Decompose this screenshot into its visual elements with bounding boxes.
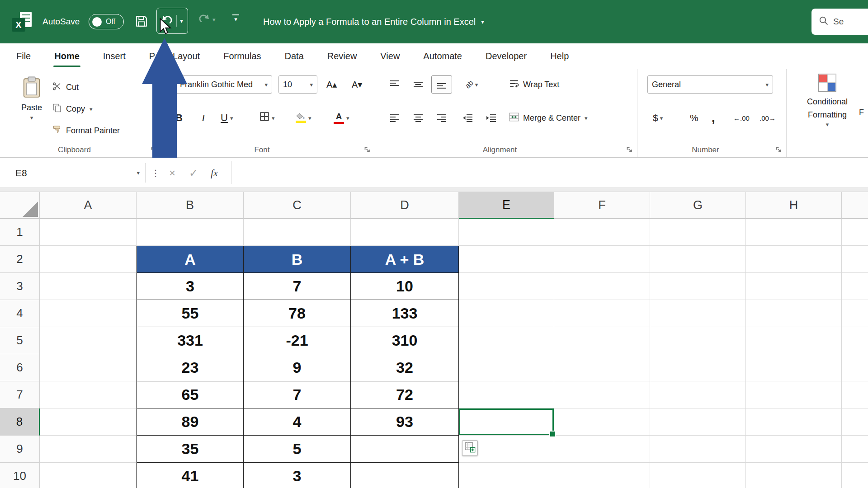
cell-A8[interactable] <box>40 408 137 436</box>
row-header-7[interactable]: 7 <box>0 381 40 408</box>
cell-G1[interactable] <box>650 219 746 246</box>
decrease-font-size-button[interactable]: A▾ <box>352 75 362 94</box>
cell-H9[interactable] <box>746 436 842 463</box>
clipboard-dialog-launcher[interactable] <box>151 146 157 153</box>
tab-help[interactable]: Help <box>550 43 569 69</box>
fill-color-button[interactable]: ▾ <box>296 109 311 127</box>
font-color-button[interactable]: A ▾ <box>334 109 349 127</box>
increase-decimal-button[interactable]: ←.00 <box>733 109 750 127</box>
cell-G2[interactable] <box>650 246 746 273</box>
cell-B10[interactable]: 41 <box>137 463 244 488</box>
cell-E1[interactable] <box>459 219 554 246</box>
cell-A9[interactable] <box>40 436 137 463</box>
cell-D8[interactable]: 93 <box>351 408 459 436</box>
cell-H3[interactable] <box>746 273 842 300</box>
row-header-3[interactable]: 3 <box>0 273 40 300</box>
copy-button[interactable]: Copy ▾ <box>52 103 93 115</box>
cell-F6[interactable] <box>554 354 650 381</box>
cell-clipped10[interactable] <box>842 463 868 488</box>
align-bottom-button[interactable] <box>431 75 452 94</box>
cell-G9[interactable] <box>650 436 746 463</box>
cell-B2[interactable]: A <box>137 246 244 273</box>
cell-B5[interactable]: 331 <box>137 327 244 354</box>
cell-G5[interactable] <box>650 327 746 354</box>
cell-clipped4[interactable] <box>842 300 868 327</box>
underline-button[interactable]: U ▾ <box>221 109 233 127</box>
cell-C3[interactable]: 7 <box>244 273 351 300</box>
save-button[interactable] <box>135 15 148 28</box>
cell-E6[interactable] <box>459 354 554 381</box>
cell-A3[interactable] <box>40 273 137 300</box>
cell-H5[interactable] <box>746 327 842 354</box>
cell-G8[interactable] <box>650 408 746 436</box>
cell-clipped3[interactable] <box>842 273 868 300</box>
column-header-clipped[interactable] <box>842 192 868 219</box>
name-box-chevron[interactable]: ▾ <box>137 170 140 176</box>
column-header-H[interactable]: H <box>746 192 842 219</box>
select-all-button[interactable] <box>0 192 40 219</box>
cell-F8[interactable] <box>554 408 650 436</box>
cell-E10[interactable] <box>459 463 554 488</box>
excel-logo-icon[interactable]: X <box>12 12 33 32</box>
cell-F7[interactable] <box>554 381 650 408</box>
cell-clipped7[interactable] <box>842 381 868 408</box>
cell-A7[interactable] <box>40 381 137 408</box>
align-right-button[interactable] <box>431 109 452 127</box>
align-top-button[interactable] <box>384 75 405 94</box>
cell-C5[interactable]: -21 <box>244 327 351 354</box>
cell-E8[interactable] <box>459 408 554 436</box>
cell-D9[interactable] <box>351 436 459 463</box>
cell-G7[interactable] <box>650 381 746 408</box>
redo-button[interactable]: ▾ <box>198 14 216 25</box>
cell-A1[interactable] <box>40 219 137 246</box>
cell-C6[interactable]: 9 <box>244 354 351 381</box>
cell-E3[interactable] <box>459 273 554 300</box>
cell-C4[interactable]: 78 <box>244 300 351 327</box>
tab-review[interactable]: Review <box>327 43 357 69</box>
column-header-G[interactable]: G <box>650 192 746 219</box>
formula-input[interactable] <box>231 161 868 184</box>
number-dialog-launcher[interactable] <box>775 146 782 153</box>
document-title[interactable]: How to Apply a Formula to an Entire Colu… <box>263 0 484 43</box>
cell-B9[interactable]: 35 <box>137 436 244 463</box>
align-middle-button[interactable] <box>408 75 429 94</box>
cell-E7[interactable] <box>459 381 554 408</box>
cell-H8[interactable] <box>746 408 842 436</box>
cell-H6[interactable] <box>746 354 842 381</box>
cell-A5[interactable] <box>40 327 137 354</box>
cell-C10[interactable]: 3 <box>244 463 351 488</box>
row-header-4[interactable]: 4 <box>0 300 40 327</box>
cell-F1[interactable] <box>554 219 650 246</box>
row-header-6[interactable]: 6 <box>0 354 40 381</box>
cell-H2[interactable] <box>746 246 842 273</box>
column-header-E[interactable]: E <box>459 192 554 219</box>
cell-D2[interactable]: A + B <box>351 246 459 273</box>
cell-D10[interactable] <box>351 463 459 488</box>
conditional-formatting-button[interactable]: Conditional Formatting ▾ <box>792 74 863 127</box>
percent-format-button[interactable]: % <box>690 109 698 127</box>
merge-and-center-button[interactable]: Merge & Center ▾ <box>509 109 588 127</box>
cell-F9[interactable] <box>554 436 650 463</box>
row-header-5[interactable]: 5 <box>0 327 40 354</box>
cell-C9[interactable]: 5 <box>244 436 351 463</box>
wrap-text-button[interactable]: Wrap Text <box>509 75 559 94</box>
tab-home[interactable]: Home <box>54 43 80 69</box>
cancel-button[interactable]: × <box>169 158 175 188</box>
cell-G3[interactable] <box>650 273 746 300</box>
cell-H10[interactable] <box>746 463 842 488</box>
number-format-combo[interactable]: General ▾ <box>647 75 773 94</box>
font-size-combo[interactable]: 10 ▾ <box>278 75 317 94</box>
cell-A6[interactable] <box>40 354 137 381</box>
cell-B6[interactable]: 23 <box>137 354 244 381</box>
copy-dropdown-chevron[interactable]: ▾ <box>90 106 93 112</box>
cell-C2[interactable]: B <box>244 246 351 273</box>
bold-button[interactable]: B <box>175 109 183 127</box>
align-left-button[interactable] <box>384 109 405 127</box>
cell-G4[interactable] <box>650 300 746 327</box>
cell-clipped9[interactable] <box>842 436 868 463</box>
underline-dropdown-chevron[interactable]: ▾ <box>230 115 233 121</box>
customize-toolbar-button[interactable]: ▾ <box>232 14 239 22</box>
cell-D6[interactable]: 32 <box>351 354 459 381</box>
cell-F5[interactable] <box>554 327 650 354</box>
row-header-2[interactable]: 2 <box>0 246 40 273</box>
